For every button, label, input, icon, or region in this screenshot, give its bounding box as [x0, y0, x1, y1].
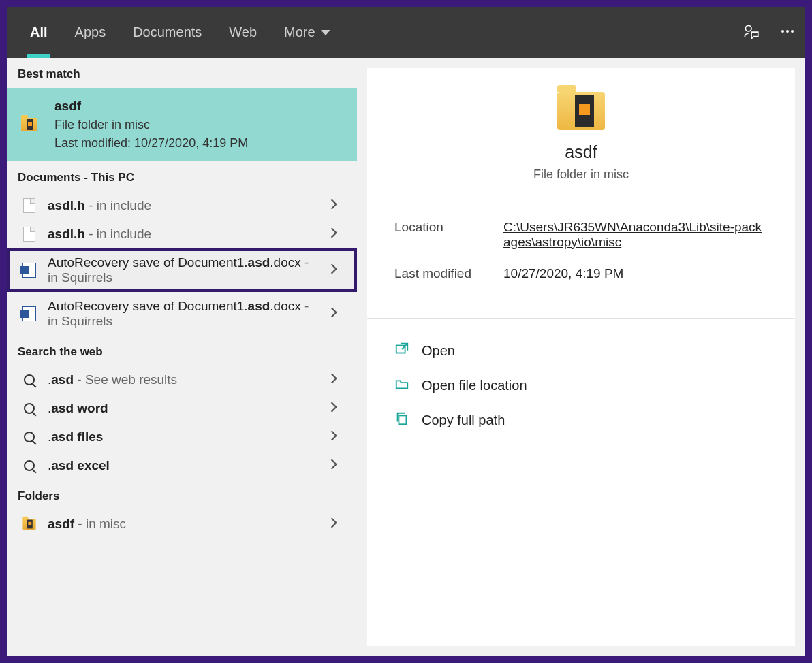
- web-header: Search the web: [7, 336, 357, 366]
- search-icon: [24, 374, 35, 385]
- search-window: All Apps Documents Web More Best match: [7, 7, 805, 656]
- folder-result[interactable]: asdf - in misc: [7, 510, 357, 538]
- search-icon: [24, 403, 35, 414]
- result-bold: asd: [248, 299, 270, 313]
- file-icon: [23, 227, 35, 242]
- preview-panel-wrap: asdf File folder in misc Location C:\Use…: [357, 58, 805, 656]
- svg-point-1: [781, 30, 784, 33]
- chevron-right-icon[interactable]: [330, 306, 345, 321]
- result-post: .docx: [270, 299, 300, 313]
- svg-point-3: [791, 30, 794, 33]
- preview-metadata: Location C:\Users\JR635WN\Anaconda3\Lib\…: [367, 199, 795, 319]
- open-icon: [394, 342, 422, 360]
- svg-point-0: [745, 25, 751, 31]
- best-match-header: Best match: [7, 58, 357, 88]
- preview-subtitle: File folder in misc: [533, 167, 629, 182]
- folder-open-icon: [394, 376, 422, 395]
- chevron-right-icon[interactable]: [330, 198, 345, 213]
- chevron-right-icon[interactable]: [330, 372, 345, 387]
- chevron-down-icon: [321, 30, 330, 35]
- preview-panel: asdf File folder in misc Location C:\Use…: [367, 68, 795, 646]
- web-result[interactable]: .asd files: [7, 423, 357, 451]
- doc-result[interactable]: AutoRecovery save of Document1.asd.docx …: [7, 292, 357, 336]
- result-pre: AutoRecovery save of Document1.: [48, 299, 248, 313]
- action-label: Copy full path: [422, 413, 505, 428]
- tab-documents[interactable]: Documents: [119, 7, 215, 58]
- web-result[interactable]: .asd excel: [7, 451, 357, 480]
- action-open-location[interactable]: Open file location: [394, 368, 768, 403]
- result-post: .docx: [270, 255, 300, 270]
- result-bold2: word: [77, 401, 108, 415]
- documents-header: Documents - This PC: [7, 161, 357, 191]
- result-name: asdl.h: [48, 227, 85, 241]
- copy-icon: [394, 411, 422, 430]
- filter-tabs: All Apps Documents Web More: [16, 7, 344, 58]
- tab-all[interactable]: All: [16, 7, 61, 58]
- result-bold: asd: [51, 401, 74, 415]
- tab-more[interactable]: More: [270, 7, 344, 58]
- tab-web[interactable]: Web: [215, 7, 270, 58]
- tab-apps[interactable]: Apps: [61, 7, 120, 58]
- feedback-icon[interactable]: [743, 22, 760, 43]
- result-loc: - in include: [85, 227, 151, 241]
- action-label: Open file location: [422, 378, 527, 393]
- web-result[interactable]: .asd - See web results: [7, 366, 357, 394]
- preview-title: asdf: [565, 142, 597, 162]
- word-file-icon: [22, 306, 36, 321]
- result-suffix: - See web results: [74, 372, 177, 387]
- action-open[interactable]: Open: [394, 334, 768, 368]
- preview-actions: Open Open file location Copy full path: [367, 319, 795, 453]
- folder-icon: [21, 118, 37, 131]
- ellipsis-icon[interactable]: [779, 23, 796, 42]
- tab-more-label: More: [284, 25, 315, 40]
- location-label: Location: [394, 220, 503, 250]
- best-match-result[interactable]: asdf File folder in misc Last modified: …: [7, 88, 357, 161]
- result-bold2: files: [77, 430, 103, 444]
- best-match-title: asdf: [54, 99, 337, 114]
- result-bold: asd: [248, 255, 270, 270]
- action-copy-path[interactable]: Copy full path: [394, 403, 768, 438]
- result-loc: - in misc: [74, 517, 126, 531]
- result-bold2: excel: [77, 458, 110, 472]
- modified-label: Last modified: [394, 266, 503, 281]
- result-loc: - in include: [85, 198, 151, 212]
- chevron-right-icon[interactable]: [330, 401, 345, 416]
- search-icon: [24, 432, 35, 442]
- action-label: Open: [422, 343, 455, 359]
- doc-result[interactable]: asdl.h - in include: [7, 191, 357, 220]
- chevron-right-icon[interactable]: [330, 430, 345, 444]
- best-match-subtitle: File folder in misc: [54, 118, 337, 132]
- word-file-icon: [22, 263, 36, 278]
- chevron-right-icon[interactable]: [330, 227, 345, 242]
- result-bold: asd: [51, 430, 74, 444]
- result-bold: asd: [51, 458, 74, 472]
- search-icon: [24, 460, 35, 471]
- results-panel: Best match asdf File folder in misc Last…: [7, 58, 357, 656]
- location-value[interactable]: C:\Users\JR635WN\Anaconda3\Lib\site-pack…: [503, 220, 768, 250]
- result-pre: AutoRecovery save of Document1.: [48, 255, 248, 270]
- web-result[interactable]: .asd word: [7, 394, 357, 423]
- result-name: asdf: [48, 517, 74, 531]
- header-bar: All Apps Documents Web More: [7, 7, 805, 58]
- svg-point-2: [786, 30, 789, 33]
- chevron-right-icon[interactable]: [330, 458, 345, 473]
- best-match-modified: Last modified: 10/27/2020, 4:19 PM: [54, 136, 337, 150]
- file-icon: [23, 198, 35, 213]
- chevron-right-icon[interactable]: [330, 517, 345, 532]
- result-name: asdl.h: [48, 198, 85, 212]
- chevron-right-icon[interactable]: [330, 263, 345, 278]
- folders-header: Folders: [7, 480, 357, 510]
- doc-result[interactable]: asdl.h - in include: [7, 220, 357, 248]
- folder-icon-large: [557, 92, 605, 130]
- modified-value: 10/27/2020, 4:19 PM: [503, 266, 768, 281]
- result-bold: asd: [51, 372, 74, 387]
- svg-rect-5: [399, 415, 406, 424]
- folder-icon: [22, 519, 35, 530]
- doc-result[interactable]: AutoRecovery save of Document1.asd.docx …: [7, 248, 357, 292]
